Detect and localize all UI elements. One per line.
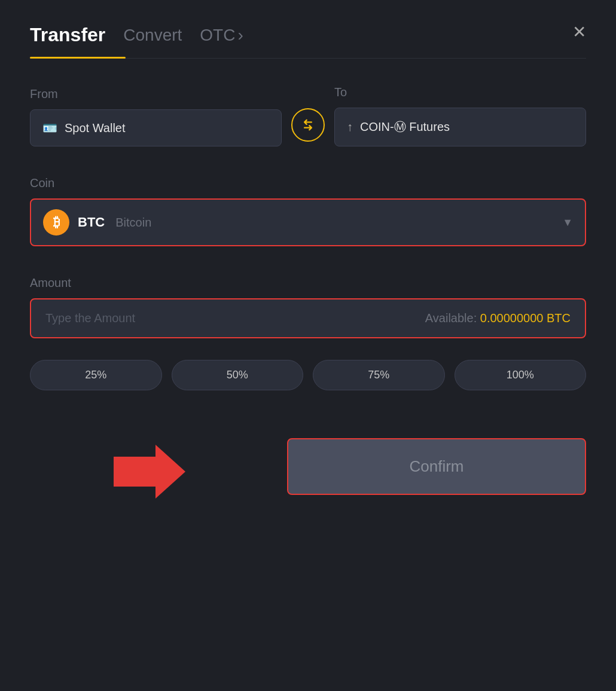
chevron-down-icon: ▼	[562, 216, 573, 229]
tab-convert[interactable]: Convert	[123, 26, 182, 45]
percent-25-button[interactable]: 25%	[30, 360, 162, 390]
swap-icon	[300, 117, 316, 133]
svg-marker-0	[114, 445, 185, 499]
percent-50-button[interactable]: 50%	[172, 360, 304, 390]
modal-header: Transfer Convert OTC › ✕	[30, 24, 586, 46]
active-tab-indicator	[30, 57, 126, 59]
from-wallet-name: Spot Wallet	[65, 121, 126, 135]
coin-selector[interactable]: ₿ BTC Bitcoin ▼	[30, 198, 586, 246]
to-wallet-name: COIN-Ⓜ Futures	[360, 119, 450, 135]
to-column: To ↑ COIN-Ⓜ Futures	[334, 85, 586, 146]
tab-transfer[interactable]: Transfer	[30, 24, 105, 46]
futures-icon: ↑	[347, 120, 353, 134]
coin-label: Coin	[30, 176, 586, 190]
from-to-section: From 🪪 Spot Wallet To ↑ COIN-Ⓜ Futures	[30, 85, 586, 146]
amount-placeholder: Type the Amount	[45, 311, 135, 325]
swap-button[interactable]	[291, 108, 325, 142]
percent-100-button[interactable]: 100%	[455, 360, 587, 390]
tab-otc[interactable]: OTC ›	[200, 26, 243, 45]
amount-section: Amount Type the Amount Available: 0.0000…	[30, 276, 586, 338]
from-wallet-selector[interactable]: 🪪 Spot Wallet	[30, 109, 282, 146]
to-label: To	[334, 85, 586, 99]
arrow-svg	[114, 445, 185, 499]
transfer-modal: Transfer Convert OTC › ✕ From 🪪 Spot Wal…	[0, 0, 616, 691]
swap-container	[291, 108, 325, 146]
confirm-section: Confirm	[30, 438, 586, 495]
from-label: From	[30, 87, 282, 101]
coin-full-name: Bitcoin	[115, 216, 151, 230]
amount-label: Amount	[30, 276, 586, 290]
available-text: Available: 0.00000000 BTC	[425, 311, 571, 325]
to-wallet-selector[interactable]: ↑ COIN-Ⓜ Futures	[334, 108, 586, 146]
percent-75-button[interactable]: 75%	[313, 360, 445, 390]
from-column: From 🪪 Spot Wallet	[30, 87, 282, 146]
close-button[interactable]: ✕	[572, 24, 586, 41]
coin-symbol: BTC	[78, 215, 105, 230]
confirm-button[interactable]: Confirm	[287, 438, 586, 495]
available-amount: 0.00000000 BTC	[480, 311, 571, 325]
header-divider	[30, 58, 586, 59]
wallet-icon: 🪪	[42, 121, 57, 135]
arrow-indicator	[114, 445, 185, 501]
amount-input-box[interactable]: Type the Amount Available: 0.00000000 BT…	[30, 298, 586, 338]
coin-section: Coin ₿ BTC Bitcoin ▼	[30, 176, 586, 246]
btc-icon: ₿	[43, 209, 69, 236]
percent-buttons: 25% 50% 75% 100%	[30, 360, 586, 390]
